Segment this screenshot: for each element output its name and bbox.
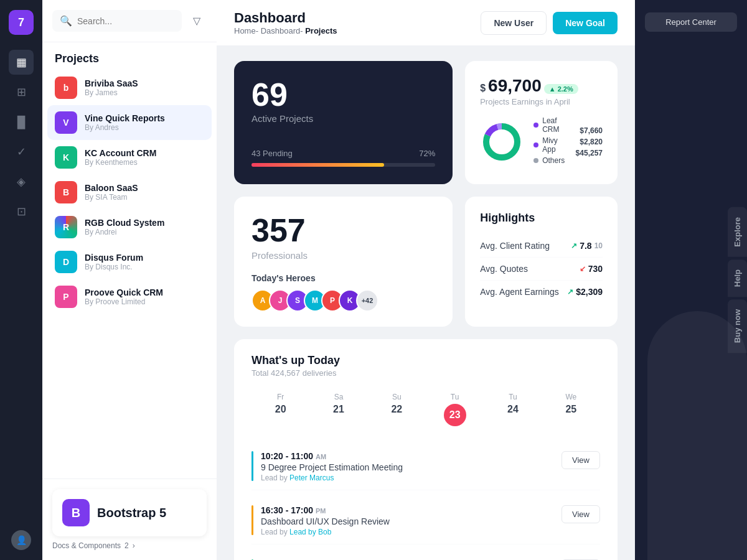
project-item-kc[interactable]: K KC Account CRM By Keenthemes: [47, 140, 212, 175]
highlight-name-earnings: Avg. Agent Earnings: [480, 287, 559, 297]
progress-bar-fill: [251, 163, 384, 167]
project-by-proove: By Proove Limited: [85, 297, 163, 306]
project-item-disqus[interactable]: D Disqus Forum By Disqus Inc.: [47, 245, 212, 279]
card-calendar: What's up Today Total 424,567 deliveries…: [234, 339, 618, 560]
project-item-briviba[interactable]: b Briviba SaaS By James: [47, 70, 212, 105]
report-center-button[interactable]: Report Center: [645, 12, 737, 32]
search-input[interactable]: [77, 16, 174, 26]
nav-user-avatar[interactable]: 👤: [11, 530, 31, 550]
event-accent-1: [251, 451, 253, 481]
event-view-button-1[interactable]: View: [561, 451, 600, 469]
project-item-rgb[interactable]: R RGB Cloud System By Andrei: [47, 210, 212, 245]
nav-icon-briefcase[interactable]: ⊡: [9, 199, 34, 224]
project-name-proove: Proove Quick CRM: [85, 287, 163, 297]
project-by-vine: By Andres: [85, 123, 165, 132]
new-goal-button[interactable]: New Goal: [553, 12, 618, 34]
trend-up-icon-rating: ↗: [571, 241, 577, 250]
earnings-badge: ▲ 2.2%: [544, 84, 578, 94]
nav-icon-check[interactable]: ✓: [9, 139, 34, 164]
project-name-disqus: Disqus Forum: [85, 253, 143, 263]
docs-link[interactable]: Docs & Components 2 ›: [52, 541, 207, 550]
event-item-3: 12:00 - 13:40 AM Marketing Campaign Disc…: [251, 552, 600, 560]
event-lead-link-1[interactable]: Peter Marcus: [289, 474, 334, 482]
pending-label: 43 Pending: [251, 149, 293, 158]
highlights-title: Highlights: [480, 212, 603, 225]
nav-icon-dashboard[interactable]: ▦: [9, 50, 34, 75]
heroes-section: Today's Heroes A J S M P K +42: [251, 273, 435, 312]
highlight-value-quotes: ↙ 730: [580, 264, 603, 274]
docs-label: Docs & Components: [52, 541, 121, 550]
highlight-row-rating: Avg. Client Rating ↗ 7.8 10: [480, 235, 603, 258]
donut-chart: [480, 120, 524, 164]
event-item-1: 10:20 - 11:00 AM 9 Degree Project Estima…: [251, 444, 600, 490]
cal-day-22[interactable]: Su 22: [368, 388, 426, 431]
legend-items: Leaf CRM Mivy App Others: [533, 116, 565, 167]
cal-day-25[interactable]: We 25: [542, 388, 600, 431]
project-logo-baloon: B: [55, 181, 77, 203]
new-user-button[interactable]: New User: [481, 11, 547, 35]
card-earnings: $ 69,700 ▲ 2.2% Projects Earnings in Apr…: [465, 61, 618, 184]
earnings-dollar: $: [480, 83, 486, 94]
event-list: 10:20 - 11:00 AM 9 Degree Project Estima…: [251, 444, 600, 560]
avatar-more: +42: [356, 289, 378, 312]
sidebar-bottom: B Bootstrap 5 Docs & Components 2 ›: [42, 478, 217, 560]
project-list: b Briviba SaaS By James V Vine Quick Rep…: [42, 70, 217, 478]
earnings-label: Projects Earnings in April: [480, 97, 603, 106]
progress-pct: 72%: [419, 149, 435, 158]
cards-row-1: 69 Active Projects 43 Pending 72% $ 69,7…: [234, 61, 618, 184]
active-projects-number: 69: [251, 78, 435, 111]
breadcrumb-dashboard[interactable]: Dashboard-: [261, 26, 303, 35]
project-item-baloon[interactable]: B Baloon SaaS By SIA Team: [47, 175, 212, 210]
card-professionals: 357 Professionals Today's Heroes A J S M…: [234, 197, 453, 327]
main-content: Dashboard Home- Dashboard- Projects New …: [217, 0, 635, 560]
earnings-number: 69,700: [488, 76, 542, 96]
heroes-label: Today's Heroes: [251, 273, 435, 283]
highlight-value-rating: ↗ 7.8 10: [571, 241, 603, 251]
right-tab-help[interactable]: Help: [728, 259, 747, 297]
right-tab-explore[interactable]: Explore: [728, 207, 747, 257]
sidebar-search-bar: 🔍 ▽: [42, 0, 217, 42]
legend-dot-mivy: [533, 142, 538, 147]
project-name-kc: KC Account CRM: [85, 148, 156, 158]
event-lead-link-2[interactable]: Lead by Bob: [289, 528, 331, 536]
event-name-1: 9 Degree Project Estimation Meeting: [261, 462, 554, 472]
progress-bar-bg: [251, 163, 435, 167]
bootstrap-icon: B: [62, 499, 90, 526]
cal-day-23-today[interactable]: Tu 23: [426, 388, 484, 431]
event-item-2: 16:30 - 17:00 PM Dashboard UI/UX Design …: [251, 498, 600, 544]
nav-icon-grid[interactable]: ⊞: [9, 80, 34, 105]
cal-day-21[interactable]: Sa 21: [309, 388, 367, 431]
project-name-vine: Vine Quick Reports: [85, 113, 165, 123]
nav-icon-chart[interactable]: ▐▌: [9, 110, 34, 134]
stats-row: 357 Professionals Today's Heroes A J S M…: [234, 197, 618, 327]
project-logo-rgb: R: [55, 216, 77, 238]
highlight-row-earnings: Avg. Agent Earnings ↗ $2,309: [480, 281, 603, 303]
project-by-kc: By Keenthemes: [85, 158, 156, 167]
nav-icon-layers[interactable]: ◈: [9, 169, 34, 194]
breadcrumb-home[interactable]: Home-: [234, 26, 258, 35]
earnings-value-mivy: $2,820: [576, 138, 603, 146]
filter-button[interactable]: ▽: [187, 11, 207, 31]
project-logo-briviba: b: [55, 77, 77, 99]
event-view-button-2[interactable]: View: [561, 505, 600, 523]
nav-avatar[interactable]: 7: [9, 10, 34, 35]
project-name-baloon: Baloon SaaS: [85, 183, 138, 193]
cal-day-24[interactable]: Tu 24: [484, 388, 542, 431]
cal-day-20[interactable]: Fr 20: [251, 388, 309, 431]
project-logo-vine: V: [55, 111, 77, 134]
project-logo-disqus: D: [55, 251, 77, 273]
professionals-label: Professionals: [251, 250, 435, 261]
search-box[interactable]: 🔍: [52, 10, 182, 32]
right-panel-top: Report Center: [635, 12, 747, 32]
docs-count: 2: [125, 541, 129, 550]
right-panel: Report Center Explore Help Buy now: [635, 0, 747, 560]
rating-value: 7.8: [580, 241, 591, 251]
project-by-baloon: By SIA Team: [85, 193, 138, 202]
bootstrap-label: Bootstrap 5: [97, 506, 166, 520]
right-tab-buy[interactable]: Buy now: [728, 299, 747, 353]
nav-rail: 7 ▦ ⊞ ▐▌ ✓ ◈ ⊡ 👤: [0, 0, 42, 560]
project-item-vine[interactable]: V Vine Quick Reports By Andres: [47, 105, 212, 140]
project-item-proove[interactable]: P Proove Quick CRM By Proove Limited: [47, 279, 212, 314]
legend-label-mivy: Mivy App: [542, 136, 565, 154]
header-left: Dashboard Home- Dashboard- Projects: [234, 10, 337, 35]
